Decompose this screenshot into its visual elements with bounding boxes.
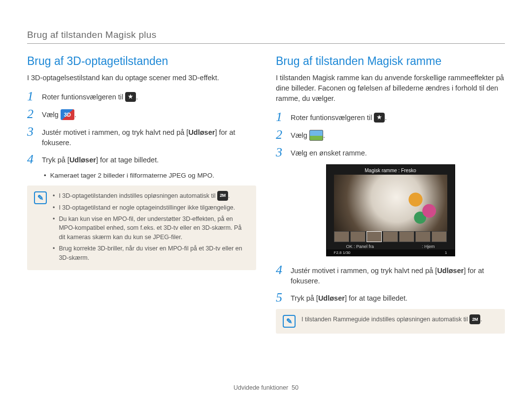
step-number: 2 xyxy=(276,128,286,141)
count-label: 1 xyxy=(445,250,447,255)
screenshot-footer: F2.8 1/30 1 xyxy=(327,249,455,256)
left-column: Brug af 3D-optagetilstanden I 3D-optagel… xyxy=(27,55,256,334)
mode-dial-icon xyxy=(125,92,136,102)
screenshot-thumbs xyxy=(334,231,447,242)
magic-frame-icon xyxy=(309,130,323,141)
info-icon: ✎ xyxy=(34,191,47,204)
step-number: 4 xyxy=(276,264,286,277)
step-2: 2 Vælg . xyxy=(276,128,505,141)
info-text: Du kan kun vise en MPO-fil, der understø… xyxy=(59,215,249,242)
step-text: Roter funtionsvælgeren til xyxy=(291,114,374,122)
shutter-label: Udløser xyxy=(318,294,345,302)
thumb xyxy=(432,231,447,242)
mode-dial-icon xyxy=(374,113,385,123)
info-text: I 3D-optagetilstanden indstilles opløsni… xyxy=(59,192,217,199)
step-3: 3 Justér motivet i rammen, og tryk halvt… xyxy=(27,125,256,148)
step-4: 4 Justér motivet i rammen, og tryk halvt… xyxy=(276,264,505,286)
step-2: 2 Vælg . xyxy=(27,108,256,121)
right-column: Brug af tilstanden Magisk ramme I tilsta… xyxy=(276,55,505,334)
step-text: Justér motivet i rammen, og tryk halvt n… xyxy=(291,267,437,275)
three-d-icon xyxy=(61,109,74,120)
step-number: 1 xyxy=(27,90,37,103)
info-text: . xyxy=(480,316,482,323)
step-number: 3 xyxy=(27,125,37,138)
step-number: 1 xyxy=(276,111,286,123)
step-text: ] for at tage billedet. xyxy=(96,156,159,164)
info-box-frame: ✎ I tilstanden Rammeguide indstilles opl… xyxy=(276,309,505,334)
step-number: 5 xyxy=(276,291,286,304)
info-text: Brug korrekte 3D-briller, når du viser e… xyxy=(59,244,249,263)
screenshot-home-label: : Hjem xyxy=(422,244,434,249)
step-text: Vælg xyxy=(42,111,61,119)
step-number: 3 xyxy=(276,146,286,159)
screenshot-preview xyxy=(334,175,447,231)
info-item: Brug korrekte 3D-briller, når du viser e… xyxy=(53,244,249,263)
resolution-icon xyxy=(217,191,228,201)
shutter-label: Udløser xyxy=(188,128,215,136)
step-3: 3 Vælg en ønsket ramme. xyxy=(276,146,505,159)
thumb xyxy=(415,231,431,242)
info-item: I 3D-optagetilstanden indstilles opløsni… xyxy=(53,191,249,201)
thumb xyxy=(399,231,414,242)
footer-page: 50 xyxy=(292,384,299,391)
step-text: Vælg en ønsket ramme. xyxy=(291,146,367,158)
section-heading-3d: Brug af 3D-optagetilstanden xyxy=(27,55,256,68)
thumb xyxy=(334,231,349,242)
sub-bullet: Kameraet tager 2 billeder i filformatern… xyxy=(44,171,256,181)
step-number: 2 xyxy=(27,108,37,121)
info-item: Du kan kun vise en MPO-fil, der understø… xyxy=(53,215,249,242)
info-item: I 3D-optagetilstand er nogle optageindst… xyxy=(53,203,249,213)
step-number: 4 xyxy=(27,153,37,166)
page-header: Brug af tilstanden Magisk plus xyxy=(27,30,505,40)
step-5: 5 Tryk på [Udløser] for at tage billedet… xyxy=(276,291,505,304)
step-text: Vælg xyxy=(291,131,309,139)
divider xyxy=(27,43,505,44)
section-heading-frame: Brug af tilstanden Magisk ramme xyxy=(276,55,505,68)
step-text: Justér motivet i rammen, og tryk halvt n… xyxy=(42,128,188,136)
thumb xyxy=(350,231,366,242)
thumb-selected xyxy=(366,231,382,242)
step-text: ] for at tage billedet. xyxy=(345,294,407,302)
thumb xyxy=(383,231,398,242)
intro-3d: I 3D-optagelsestilstand kan du optage sc… xyxy=(27,73,256,83)
step-text: Roter funtionsvælgeren til xyxy=(42,93,125,101)
resolution-icon xyxy=(469,314,480,324)
info-text: I 3D-optagetilstand er nogle optageindst… xyxy=(59,203,235,213)
step-text: . xyxy=(74,111,76,119)
intro-frame: I tilstanden Magisk ramme kan du anvende… xyxy=(276,73,505,104)
info-icon: ✎ xyxy=(283,315,296,328)
info-text: I tilstanden Rammeguide indstilles opløs… xyxy=(301,316,469,323)
screenshot-title: Magisk ramme : Fresko xyxy=(327,168,455,173)
step-text: . xyxy=(385,114,387,122)
step-4: 4 Tryk på [Udløser] for at tage billedet… xyxy=(27,153,256,166)
step-text: . xyxy=(323,131,325,139)
step-1: 1 Roter funtionsvælgeren til . xyxy=(27,90,256,103)
page-footer: Udvidede funktioner 50 xyxy=(0,384,532,391)
shutter-label: Udløser xyxy=(69,156,96,164)
info-text: . xyxy=(228,192,230,199)
shutter-label: Udløser xyxy=(437,267,464,275)
camera-screenshot: Magisk ramme : Fresko OK : Panel fra : H… xyxy=(327,165,455,256)
step-text: Tryk på [ xyxy=(42,156,69,164)
info-box-3d: ✎ I 3D-optagetilstanden indstilles opløs… xyxy=(27,185,256,271)
step-text: Tryk på [ xyxy=(291,294,318,302)
exposure-label: F2.8 1/30 xyxy=(334,250,351,255)
step-1: 1 Roter funtionsvælgeren til . xyxy=(276,111,505,123)
step-text: . xyxy=(136,93,138,101)
screenshot-ok-label: OK : Panel fra xyxy=(346,244,374,249)
footer-section: Udvidede funktioner xyxy=(233,384,288,391)
bullet-text: Kameraet tager 2 billeder i filformatern… xyxy=(50,171,214,181)
